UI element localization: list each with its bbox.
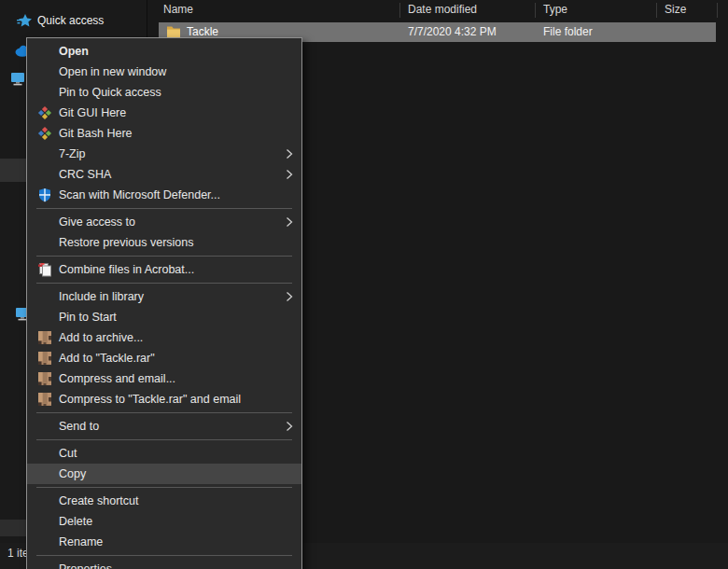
menu-item-label: Add to archive... <box>59 331 143 344</box>
menu-item-add-to-archive[interactable]: Add to archive... <box>27 327 301 348</box>
menu-item-label: Compress and email... <box>59 372 175 385</box>
menu-separator <box>36 487 292 488</box>
column-divider[interactable] <box>535 3 536 18</box>
folder-icon <box>166 25 181 38</box>
menu-item-label: Pin to Start <box>59 311 117 324</box>
menu-item-rename[interactable]: Rename <box>27 532 301 552</box>
menu-item-crc-sha[interactable]: CRC SHA <box>27 164 301 185</box>
menu-item-7-zip[interactable]: 7-Zip <box>27 144 301 164</box>
menu-item-label: Send to <box>59 420 99 433</box>
menu-item-compress-and-email[interactable]: Compress and email... <box>27 368 301 389</box>
menu-separator <box>36 208 292 209</box>
menu-item-git-bash-here[interactable]: Git Bash Here <box>27 123 301 144</box>
menu-item-copy[interactable]: Copy <box>27 464 301 484</box>
column-header-size[interactable]: Size <box>665 3 686 16</box>
submenu-arrow-icon <box>286 216 293 228</box>
menu-item-label: Copy <box>59 467 86 480</box>
quick-access-star-icon <box>17 13 32 28</box>
winrar-icon <box>37 330 52 345</box>
menu-separator <box>36 283 292 284</box>
sidebar-item-label: Quick access <box>37 14 104 27</box>
submenu-arrow-icon <box>286 148 293 160</box>
winrar-icon <box>37 371 52 386</box>
menu-item-open-in-new-window[interactable]: Open in new window <box>27 62 301 82</box>
menu-item-create-shortcut[interactable]: Create shortcut <box>27 491 301 511</box>
menu-item-restore-previous-versions[interactable]: Restore previous versions <box>27 232 301 253</box>
menu-item-label: Delete <box>59 515 92 528</box>
menu-item-label: Scan with Microsoft Defender... <box>59 188 220 201</box>
sidebar-item-quick-access[interactable]: Quick access <box>0 9 147 32</box>
submenu-arrow-icon <box>286 169 293 180</box>
column-header-name[interactable]: Name <box>163 3 193 16</box>
menu-item-label: Open in new window <box>59 65 166 78</box>
context-menu: OpenOpen in new windowPin to Quick acces… <box>26 37 302 569</box>
explorer-window: Quick access <box>0 0 728 569</box>
defender-icon <box>37 187 52 202</box>
menu-item-label: Git GUI Here <box>59 106 126 119</box>
winrar-icon <box>37 392 52 407</box>
menu-item-compress-to-tackle-rar-and-email[interactable]: Compress to "Tackle.rar" and email <box>27 389 301 409</box>
menu-item-send-to[interactable]: Send to <box>27 416 301 437</box>
menu-item-label: Open <box>59 45 89 58</box>
menu-item-add-to-tackle-rar[interactable]: Add to "Tackle.rar" <box>27 348 301 368</box>
column-divider[interactable] <box>717 3 718 18</box>
menu-item-give-access-to[interactable]: Give access to <box>27 212 301 232</box>
column-header-type[interactable]: Type <box>543 3 567 16</box>
menu-separator <box>36 555 292 556</box>
menu-separator <box>36 412 292 413</box>
menu-item-scan-with-microsoft-defender[interactable]: Scan with Microsoft Defender... <box>27 185 301 205</box>
menu-item-label: Add to "Tackle.rar" <box>59 352 155 365</box>
menu-item-delete[interactable]: Delete <box>27 511 301 532</box>
menu-item-cut[interactable]: Cut <box>27 443 301 464</box>
file-type: File folder <box>543 22 593 42</box>
submenu-arrow-icon <box>286 291 293 302</box>
menu-separator <box>36 256 292 257</box>
submenu-arrow-icon <box>286 421 293 432</box>
menu-item-label: 7-Zip <box>59 147 85 160</box>
git-icon <box>37 105 52 120</box>
menu-item-label: Give access to <box>59 215 135 229</box>
menu-item-git-gui-here[interactable]: Git GUI Here <box>27 103 301 123</box>
menu-item-label: Restore previous versions <box>59 236 194 249</box>
column-divider[interactable] <box>399 3 400 18</box>
column-header-date-modified[interactable]: Date modified <box>408 3 477 16</box>
menu-item-label: Compress to "Tackle.rar" and email <box>59 393 241 406</box>
column-divider[interactable] <box>656 3 657 18</box>
menu-item-include-in-library[interactable]: Include in library <box>27 286 301 307</box>
menu-item-pin-to-quick-access[interactable]: Pin to Quick access <box>27 82 301 103</box>
menu-item-label: Properties <box>59 562 112 569</box>
file-date-modified: 7/7/2020 4:32 PM <box>408 22 497 42</box>
acrobat-icon <box>37 262 52 277</box>
menu-item-properties[interactable]: Properties <box>27 559 301 569</box>
menu-item-open[interactable]: Open <box>27 41 301 62</box>
menu-item-label: CRC SHA <box>59 168 111 181</box>
menu-separator <box>36 439 292 440</box>
menu-item-label: Rename <box>59 535 103 548</box>
menu-item-label: Include in library <box>59 290 144 303</box>
menu-item-label: Pin to Quick access <box>59 86 161 99</box>
winrar-icon <box>37 351 52 366</box>
column-header-row: NameDate modifiedTypeSize <box>147 0 728 21</box>
menu-item-pin-to-start[interactable]: Pin to Start <box>27 307 301 327</box>
menu-item-combine-files-in-acrobat[interactable]: Combine files in Acrobat... <box>27 259 301 280</box>
this-pc-icon[interactable] <box>10 72 25 86</box>
menu-item-label: Combine files in Acrobat... <box>59 263 194 276</box>
menu-item-label: Git Bash Here <box>59 127 133 140</box>
menu-item-label: Create shortcut <box>59 494 138 507</box>
menu-item-label: Cut <box>59 447 77 460</box>
git-icon <box>37 126 52 141</box>
